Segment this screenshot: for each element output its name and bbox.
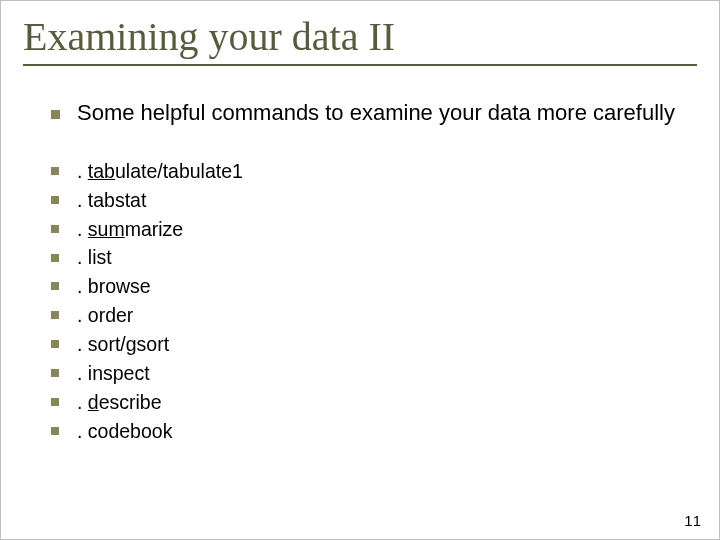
intro-bullet: Some helpful commands to examine your da… — [51, 100, 697, 127]
command-underline: d — [88, 391, 99, 413]
command-item: . codebook — [51, 417, 697, 446]
command-post: escribe — [99, 391, 162, 413]
title-rule — [23, 64, 697, 66]
command-item: . sort/gsort — [51, 330, 697, 359]
command-pre: . order — [77, 304, 133, 326]
command-pre: . browse — [77, 275, 151, 297]
command-item: . tabulate/tabulate1 — [51, 157, 697, 186]
command-pre: . sort/gsort — [77, 333, 169, 355]
command-pre: . codebook — [77, 420, 172, 442]
command-pre: . — [77, 391, 88, 413]
slide: Examining your data II Some helpful comm… — [0, 0, 720, 540]
command-post: ulate/tabulate1 — [115, 160, 243, 182]
command-item: . list — [51, 243, 697, 272]
slide-title: Examining your data II — [23, 13, 697, 60]
command-item: . summarize — [51, 215, 697, 244]
command-item: . describe — [51, 388, 697, 417]
command-underline: tab — [88, 160, 115, 182]
command-pre: . — [77, 160, 88, 182]
command-item: . inspect — [51, 359, 697, 388]
command-pre: . list — [77, 246, 112, 268]
command-underline: sum — [88, 218, 125, 240]
bullet-list: Some helpful commands to examine your da… — [23, 100, 697, 127]
command-pre: . inspect — [77, 362, 150, 384]
command-pre: . — [77, 218, 88, 240]
page-number: 11 — [684, 512, 701, 529]
command-pre: . tabstat — [77, 189, 146, 211]
command-item: . tabstat — [51, 186, 697, 215]
command-item: . browse — [51, 272, 697, 301]
command-item: . order — [51, 301, 697, 330]
command-post: marize — [125, 218, 184, 240]
command-list: . tabulate/tabulate1. tabstat. summarize… — [23, 157, 697, 446]
